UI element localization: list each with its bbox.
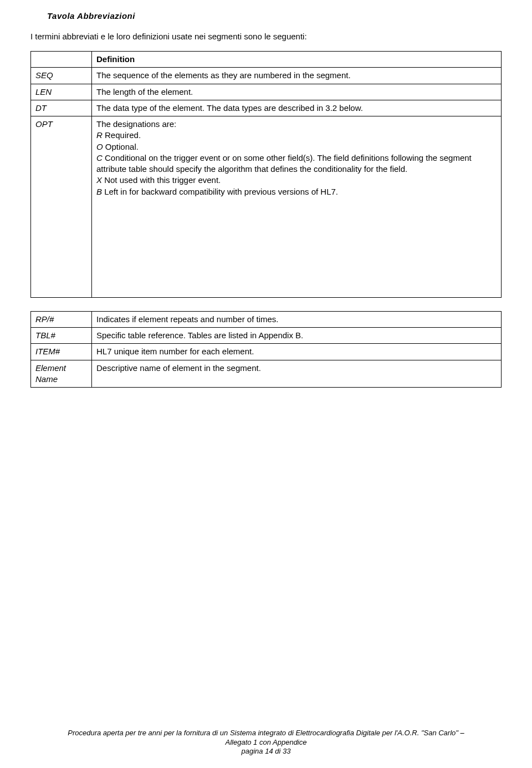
footer-line-2: Allegato 1 con Appendice bbox=[0, 738, 532, 747]
footer-line-1: Procedura aperta per tre anni per la for… bbox=[0, 729, 532, 738]
opt-text: Required. bbox=[105, 130, 141, 140]
header-empty bbox=[31, 52, 92, 68]
table-row: DT The data type of the element. The dat… bbox=[31, 100, 502, 116]
def-cell: Descriptive name of element in the segme… bbox=[92, 360, 502, 388]
table-gap bbox=[30, 298, 502, 311]
table-row-opt: OPT The designations are: R Required. O … bbox=[31, 116, 502, 298]
abbrev-table-2: RP/# Indicates if element repeats and nu… bbox=[30, 311, 502, 388]
opt-item: C Conditional on the trigger event or on… bbox=[96, 152, 497, 175]
opt-text: Conditional on the trigger event or on s… bbox=[96, 153, 472, 174]
table-row: LEN The length of the element. bbox=[31, 84, 502, 100]
table-row: RP/# Indicates if element repeats and nu… bbox=[31, 311, 502, 327]
term-cell: SEQ bbox=[31, 68, 92, 84]
def-cell: The length of the element. bbox=[92, 84, 502, 100]
footer-line-3: pagina 14 di 33 bbox=[0, 747, 532, 756]
term-cell: LEN bbox=[31, 84, 92, 100]
section-title: Tavola Abbreviazioni bbox=[47, 11, 502, 21]
opt-item: B Left in for backward compatibility wit… bbox=[96, 186, 497, 197]
table-header-row: Definition bbox=[31, 52, 502, 68]
def-cell: HL7 unique item number for each element. bbox=[92, 344, 502, 360]
opt-item: R Required. bbox=[96, 130, 497, 141]
def-cell-opt: The designations are: R Required. O Opti… bbox=[92, 116, 502, 298]
def-cell: The data type of the element. The data t… bbox=[92, 100, 502, 116]
opt-item: O Optional. bbox=[96, 141, 497, 152]
table-row: TBL# Specific table reference. Tables ar… bbox=[31, 328, 502, 344]
opt-code: O bbox=[96, 142, 103, 151]
def-cell: Specific table reference. Tables are lis… bbox=[92, 328, 502, 344]
opt-item: X Not used with this trigger event. bbox=[96, 175, 497, 186]
opt-text: Not used with this trigger event. bbox=[104, 175, 221, 185]
opt-lead: The designations are: bbox=[96, 119, 497, 130]
term-cell: DT bbox=[31, 100, 92, 116]
term-cell: OPT bbox=[31, 116, 92, 298]
term-cell: RP/# bbox=[31, 311, 92, 327]
opt-code: C bbox=[96, 153, 103, 162]
def-cell: Indicates if element repeats and number … bbox=[92, 311, 502, 327]
table-row: ITEM# HL7 unique item number for each el… bbox=[31, 344, 502, 360]
abbrev-table: Definition SEQ The sequence of the eleme… bbox=[30, 51, 502, 298]
term-cell: Element Name bbox=[31, 360, 92, 388]
opt-code: B bbox=[96, 187, 102, 196]
intro-text: I termini abbreviati e le loro definizio… bbox=[30, 32, 502, 41]
def-cell: The sequence of the elements as they are… bbox=[92, 68, 502, 84]
opt-code: R bbox=[96, 130, 103, 140]
table-row: SEQ The sequence of the elements as they… bbox=[31, 68, 502, 84]
term-cell: ITEM# bbox=[31, 344, 92, 360]
opt-code: X bbox=[96, 175, 102, 185]
header-definition: Definition bbox=[92, 52, 502, 68]
table-row: Element Name Descriptive name of element… bbox=[31, 360, 502, 388]
page-footer: Procedura aperta per tre anni per la for… bbox=[0, 729, 532, 756]
opt-text: Optional. bbox=[105, 142, 139, 151]
term-cell: TBL# bbox=[31, 328, 92, 344]
opt-text: Left in for backward compatibility with … bbox=[104, 187, 338, 196]
